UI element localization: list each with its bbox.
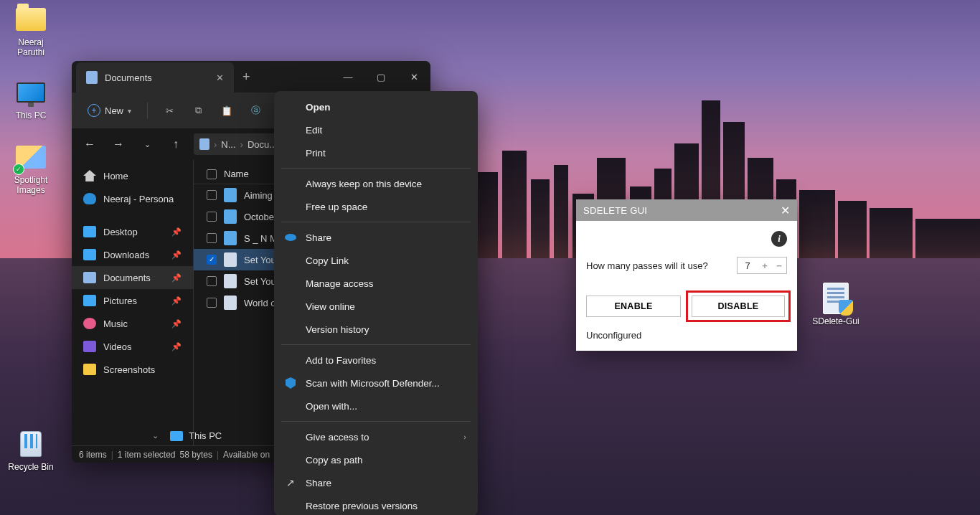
pc-icon — [170, 431, 183, 441]
decrement-button[interactable]: − — [772, 260, 786, 271]
menu-item-view-online[interactable]: View online — [274, 295, 478, 318]
sidebar-item-downloads[interactable]: Downloads📌 — [72, 243, 193, 266]
file-icon — [224, 252, 237, 267]
pin-icon: 📌 — [171, 250, 182, 260]
desktop-icon-label: Neeraj Paruthi — [3, 37, 59, 58]
cloud-icon — [284, 231, 297, 244]
chevron-down-icon: ⌄ — [152, 431, 159, 440]
desktop-icon-user-folder[interactable]: Neeraj Paruthi — [3, 4, 59, 58]
menu-item-give-access[interactable]: Give access to› — [274, 425, 478, 448]
menu-item-open[interactable]: Open — [274, 95, 478, 118]
menu-item-restore-previous[interactable]: Restore previous versions — [274, 494, 478, 515]
breadcrumb-part[interactable]: N... — [221, 139, 235, 150]
menu-item-share-cloud[interactable]: Share — [274, 226, 478, 249]
sidebar-item-music[interactable]: Music📌 — [72, 312, 193, 335]
menu-item-copy-link[interactable]: Copy Link — [274, 249, 478, 272]
sync-check-icon: ✓ — [13, 164, 24, 175]
menu-item-edit[interactable]: Edit — [274, 118, 478, 141]
name-column[interactable]: Name — [224, 169, 249, 179]
close-button[interactable]: ✕ — [397, 64, 430, 90]
menu-item-copy-as-path[interactable]: Copy as path — [274, 448, 478, 471]
desktop-icon-recycle-bin[interactable]: Recycle Bin — [3, 429, 59, 472]
sidebar-item-onedrive-personal[interactable]: Neeraj - Persona — [72, 187, 193, 210]
pin-icon: 📌 — [171, 319, 182, 329]
chevron-down-icon: ▾ — [128, 107, 131, 115]
file-icon — [224, 274, 237, 288]
desktop-icon-spotlight-images[interactable]: ✓ Spotlight Images — [3, 142, 59, 196]
menu-item-print[interactable]: Print — [274, 141, 478, 164]
new-button[interactable]: + New ▾ — [80, 100, 138, 121]
explorer-titlebar[interactable]: Documents ✕ + — ▢ ✕ — [72, 61, 430, 93]
explorer-sidebar: Home Neeraj - Persona Desktop📌 Downloads… — [72, 160, 194, 445]
availability-status: Available on — [223, 450, 270, 460]
menu-item-add-to-favorites[interactable]: Add to Favorites — [274, 349, 478, 372]
document-icon — [86, 71, 98, 84]
sdelete-title: SDELETE GUI — [583, 205, 647, 216]
checked-checkbox[interactable]: ✓ — [207, 255, 217, 265]
menu-item-always-keep[interactable]: Always keep on this device — [274, 172, 478, 195]
breadcrumb-part[interactable]: Docu... — [248, 139, 277, 150]
pictures-icon — [83, 295, 96, 306]
passes-value: 7 — [738, 260, 758, 271]
desktop-icon-label: This PC — [3, 110, 59, 121]
minimize-button[interactable]: — — [331, 64, 364, 90]
pin-icon: 📌 — [171, 342, 182, 351]
sdelete-titlebar[interactable]: SDELETE GUI ✕ — [576, 199, 797, 221]
sidebar-item-screenshots[interactable]: Screenshots — [72, 358, 193, 381]
select-all-checkbox[interactable] — [207, 169, 217, 179]
forward-button[interactable]: → — [108, 138, 129, 151]
sidebar-item-home[interactable]: Home — [72, 164, 193, 187]
paste-button[interactable]: 📋 — [214, 98, 240, 123]
item-count: 6 items — [79, 450, 107, 460]
new-label: New — [105, 105, 123, 116]
menu-item-share[interactable]: ↗Share — [274, 471, 478, 494]
desktop-icon-label: SDelete-Gui — [808, 316, 864, 326]
sdelete-gui-window: SDELETE GUI ✕ i How many passes will it … — [576, 199, 797, 351]
menu-item-free-up-space[interactable]: Free up space — [274, 195, 478, 218]
shield-icon — [284, 377, 297, 389]
disable-button[interactable]: DISABLE — [692, 296, 785, 317]
context-menu: Open Edit Print Always keep on this devi… — [274, 91, 478, 515]
shield-icon — [839, 300, 853, 316]
copy-button[interactable]: ⧉ — [185, 98, 211, 123]
cut-button[interactable]: ✂ — [156, 98, 182, 123]
sidebar-item-pictures[interactable]: Pictures📌 — [72, 289, 193, 312]
maximize-button[interactable]: ▢ — [364, 64, 397, 90]
recent-dropdown[interactable]: ⌄ — [136, 140, 158, 149]
info-button[interactable]: i — [586, 231, 787, 247]
up-button[interactable]: ↑ — [165, 138, 187, 151]
close-button[interactable]: ✕ — [781, 204, 790, 217]
sidebar-item-desktop[interactable]: Desktop📌 — [72, 220, 193, 243]
pin-icon: 📌 — [171, 296, 182, 306]
sidebar-item-this-pc[interactable]: ⌄ This PC — [152, 430, 222, 441]
enable-button[interactable]: ENABLE — [586, 296, 681, 317]
plus-icon: + — [88, 104, 100, 117]
file-icon — [224, 231, 237, 245]
desktop-icon — [83, 226, 96, 237]
sidebar-item-videos[interactable]: Videos📌 — [72, 335, 193, 358]
desktop-icon-this-pc[interactable]: This PC — [3, 77, 59, 121]
passes-label: How many passes will it use? — [586, 260, 708, 271]
tab-close-button[interactable]: ✕ — [216, 72, 224, 83]
menu-item-open-with[interactable]: Open with... — [274, 394, 478, 417]
downloads-icon — [83, 249, 96, 260]
desktop-icon-sdelete-gui[interactable]: SDelete-Gui — [808, 283, 864, 326]
document-icon — [83, 272, 96, 283]
info-icon: i — [771, 231, 787, 247]
sidebar-item-documents[interactable]: Documents📌 — [72, 266, 193, 289]
videos-icon — [83, 341, 96, 352]
selection-size: 58 bytes — [180, 450, 212, 460]
new-tab-button[interactable]: + — [234, 70, 259, 85]
music-icon — [83, 318, 96, 329]
back-button[interactable]: ← — [79, 138, 100, 151]
pin-icon: 📌 — [171, 273, 182, 283]
menu-item-manage-access[interactable]: Manage access — [274, 272, 478, 295]
rename-button[interactable]: ⓐ — [242, 98, 268, 123]
increment-button[interactable]: + — [758, 260, 772, 271]
menu-item-version-history[interactable]: Version history — [274, 318, 478, 341]
menu-item-scan-defender[interactable]: Scan with Microsoft Defender... — [274, 372, 478, 394]
folder-icon — [83, 364, 96, 375]
explorer-tab[interactable]: Documents ✕ — [76, 62, 234, 93]
share-icon: ↗ — [284, 476, 297, 489]
passes-spinner[interactable]: 7 + − — [737, 257, 787, 274]
